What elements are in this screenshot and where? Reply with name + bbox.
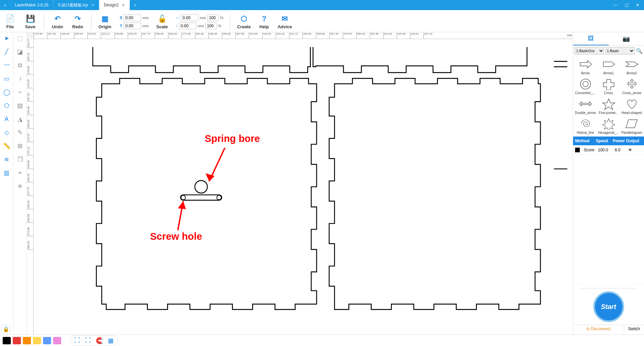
file-icon: 📄 bbox=[6, 14, 15, 24]
color-swatch[interactable] bbox=[23, 337, 31, 344]
shape-label: Heart-shaped bbox=[621, 111, 643, 115]
focus-icon[interactable]: ⛶ bbox=[85, 337, 91, 344]
path-icon[interactable]: ✎ bbox=[16, 128, 24, 137]
color-swatch[interactable] bbox=[43, 337, 51, 344]
width-input[interactable] bbox=[181, 14, 198, 21]
outline-icon[interactable]: ❒ bbox=[16, 155, 24, 163]
shape-icon bbox=[601, 98, 617, 110]
category-select-1[interactable]: 1.BasicGra bbox=[574, 47, 604, 54]
curve-tool-icon[interactable]: 〰 bbox=[3, 61, 11, 69]
new-tab-button[interactable]: ＋ bbox=[130, 2, 140, 8]
advice-button[interactable]: ✉ Advice bbox=[278, 14, 292, 29]
undo-button[interactable]: ↶ Undo bbox=[51, 14, 64, 29]
rect-tool-icon[interactable]: ▭ bbox=[3, 75, 11, 83]
shape-item[interactable]: Concentric_... bbox=[574, 76, 597, 96]
shape-item[interactable]: Parallelogram bbox=[620, 116, 643, 136]
color-swatch[interactable] bbox=[33, 337, 41, 344]
redo-button[interactable]: ↷ Redo bbox=[71, 14, 84, 29]
eye-icon[interactable]: 👁 bbox=[626, 148, 634, 152]
lock-icon[interactable]: 🔒 bbox=[2, 324, 10, 333]
create-button[interactable]: ⬡ Create bbox=[237, 14, 250, 29]
close-icon[interactable]: × bbox=[122, 2, 125, 8]
shape-item[interactable]: Hexagonal_... bbox=[597, 116, 620, 136]
redo-icon: ↷ bbox=[75, 14, 81, 24]
fill-icon[interactable]: ◪ bbox=[16, 48, 24, 56]
start-button[interactable]: Start bbox=[593, 291, 624, 322]
canvas[interactable]: Spring bore Screw hole bbox=[34, 39, 573, 335]
mirror-icon[interactable]: ◮ bbox=[16, 115, 24, 123]
y-input[interactable] bbox=[124, 23, 141, 29]
distribute-icon[interactable]: ▤ bbox=[16, 102, 24, 110]
category-select-2[interactable]: 1.Basic bbox=[605, 47, 635, 54]
app-title: LaserMaker 2.0.15 bbox=[10, 0, 53, 10]
y-label: Y bbox=[118, 24, 122, 28]
shape-item[interactable]: Five-pointe... bbox=[597, 96, 620, 116]
ruler-tick: 196.49 bbox=[61, 32, 69, 39]
color-swatch[interactable] bbox=[3, 337, 11, 344]
spring-bore-label: Spring bore bbox=[205, 133, 260, 144]
shape-item[interactable]: Cross_arrow bbox=[620, 76, 643, 96]
width-pct-input[interactable] bbox=[207, 14, 219, 21]
close-icon[interactable]: × bbox=[91, 2, 94, 8]
marquee-icon[interactable]: ⬚ bbox=[16, 34, 24, 42]
shapes-tab-icon[interactable]: 🖼 bbox=[573, 32, 609, 45]
overlap-icon[interactable]: ⧉ bbox=[16, 61, 24, 69]
layer-name: Score bbox=[582, 148, 596, 152]
help-button[interactable]: ？ Help bbox=[257, 14, 271, 29]
shape-item[interactable]: Arrow1 bbox=[597, 56, 620, 76]
shape-item[interactable]: Arrow bbox=[574, 56, 597, 76]
shape-item[interactable]: Heart-shaped bbox=[620, 96, 643, 116]
camera-tab-icon[interactable]: 📷 bbox=[609, 32, 644, 45]
layer-row[interactable]: Score 100.0 8.0 👁 bbox=[573, 145, 644, 155]
maximize-icon[interactable]: ▢ bbox=[625, 3, 629, 7]
measure-tool-icon[interactable]: 📏 bbox=[3, 142, 11, 150]
shape-item[interactable]: Cross bbox=[597, 76, 620, 96]
shape-icon bbox=[601, 78, 617, 90]
close-window-icon[interactable]: ✕ bbox=[636, 3, 639, 7]
shape-icon bbox=[577, 78, 594, 90]
eraser-tool-icon[interactable]: ◇ bbox=[3, 128, 11, 137]
tab-file-1[interactable]: 5.设计图模板.lcp × bbox=[53, 0, 99, 10]
unit-label: mm bbox=[143, 24, 149, 28]
align-center-icon[interactable]: ⫟ bbox=[16, 88, 24, 96]
height-pct-input[interactable] bbox=[205, 23, 217, 29]
ellipse-tool-icon[interactable]: ◯ bbox=[3, 88, 11, 96]
shape-item[interactable]: Helical_line bbox=[574, 116, 597, 136]
height-input[interactable] bbox=[179, 23, 196, 29]
shape-item[interactable]: Arrow2 bbox=[620, 56, 643, 76]
separator bbox=[230, 14, 230, 30]
layout-tool-icon[interactable]: ▥ bbox=[3, 169, 11, 177]
minimize-icon[interactable]: — bbox=[613, 3, 617, 7]
select-tool-icon[interactable]: ➤ bbox=[3, 34, 11, 42]
pct-label: % bbox=[220, 16, 224, 20]
shape-item[interactable]: Double_arrow bbox=[574, 96, 597, 116]
layer-header: Method Speed Power Output bbox=[573, 137, 644, 145]
save-button[interactable]: 💾 Save bbox=[24, 14, 37, 29]
x-input[interactable] bbox=[124, 14, 141, 21]
switch-button[interactable]: Switch bbox=[624, 325, 644, 333]
origin-button[interactable]: ▦ Origin bbox=[98, 14, 112, 29]
file-button[interactable]: 📄 File bbox=[3, 14, 17, 29]
tab-file-2[interactable]: Design2 × bbox=[99, 0, 130, 10]
spring-bore-circle bbox=[195, 181, 207, 193]
home-icon[interactable]: ⌂ bbox=[0, 3, 10, 7]
advice-label: Advice bbox=[278, 24, 292, 29]
magnet-icon[interactable]: 🧲 bbox=[96, 337, 103, 344]
send-icon[interactable]: ➣ bbox=[16, 169, 24, 177]
ruler-tick: 222.12 bbox=[101, 32, 110, 39]
color-swatch[interactable] bbox=[53, 337, 61, 344]
left-panel-outline bbox=[96, 78, 317, 309]
ruler-tick: 341.72 bbox=[289, 32, 298, 39]
layers-tool-icon[interactable]: ≋ bbox=[3, 155, 11, 163]
spark-icon[interactable]: ✳ bbox=[16, 182, 24, 190]
search-icon[interactable]: 🔍 bbox=[636, 48, 643, 54]
line-tool-icon[interactable]: ╱ bbox=[3, 48, 11, 56]
array-icon[interactable]: ⊞ bbox=[16, 142, 24, 150]
crop-icon[interactable]: ⛶ bbox=[74, 337, 80, 344]
align-edge-icon[interactable]: ⫞ bbox=[16, 75, 24, 83]
scale-button[interactable]: 🔓 Scale bbox=[155, 14, 169, 29]
text-tool-icon[interactable]: A bbox=[3, 115, 11, 123]
color-swatch[interactable] bbox=[13, 337, 21, 344]
polygon-tool-icon[interactable]: ⬡ bbox=[3, 102, 11, 110]
grid-icon[interactable]: ▦ bbox=[108, 337, 114, 344]
